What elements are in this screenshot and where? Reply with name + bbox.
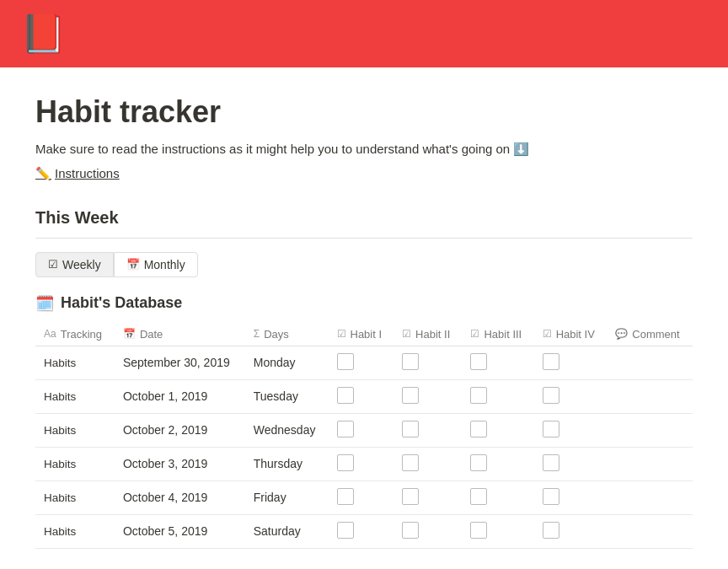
cell-habit3-5[interactable] bbox=[462, 514, 533, 548]
checkbox-habit2-1[interactable] bbox=[402, 387, 419, 404]
col-habit3: ☑ Habit III bbox=[462, 323, 533, 346]
cell-comment-5 bbox=[607, 514, 693, 548]
cell-habit1-1[interactable] bbox=[329, 379, 394, 413]
cell-tracking-0: Habits bbox=[35, 346, 115, 379]
db-title-emoji: 🗓️ bbox=[35, 294, 54, 313]
checkbox-habit3-1[interactable] bbox=[470, 387, 487, 404]
col-habit1: ☑ Habit I bbox=[329, 323, 394, 346]
habit2-col-icon: ☑ bbox=[402, 328, 411, 340]
date-col-icon: 📅 bbox=[123, 328, 136, 340]
checkbox-habit3-4[interactable] bbox=[470, 488, 487, 505]
cell-habit2-4[interactable] bbox=[393, 480, 462, 514]
cell-habit4-5[interactable] bbox=[534, 514, 608, 548]
cell-day-5: Saturday bbox=[245, 514, 329, 548]
cell-habit2-1[interactable] bbox=[393, 379, 462, 413]
tracking-col-icon: Aa bbox=[44, 328, 56, 340]
days-col-icon: Σ bbox=[254, 328, 260, 340]
date-col-label: Date bbox=[140, 328, 163, 341]
weekly-tab-icon: ☑ bbox=[48, 258, 58, 271]
cell-day-0: Monday bbox=[245, 346, 329, 379]
database-title: 🗓️ Habit's Database bbox=[35, 294, 693, 313]
table-row: HabitsOctober 3, 2019Thursday bbox=[35, 447, 693, 480]
days-col-label: Days bbox=[264, 328, 289, 341]
cell-habit4-0[interactable] bbox=[534, 346, 608, 379]
cell-habit4-1[interactable] bbox=[534, 379, 608, 413]
instructions-link[interactable]: ✏️ Instructions bbox=[35, 166, 120, 181]
cell-habit4-3[interactable] bbox=[534, 447, 608, 480]
checkbox-habit3-3[interactable] bbox=[470, 454, 487, 471]
checkbox-habit3-0[interactable] bbox=[470, 353, 487, 370]
cell-date-0: September 30, 2019 bbox=[115, 346, 245, 379]
checkbox-habit4-0[interactable] bbox=[543, 353, 559, 370]
checkbox-habit3-5[interactable] bbox=[470, 522, 487, 539]
cell-date-3: October 3, 2019 bbox=[115, 447, 245, 480]
checkbox-habit4-1[interactable] bbox=[543, 387, 559, 404]
tracking-col-label: Tracking bbox=[61, 328, 102, 341]
checkbox-habit4-2[interactable] bbox=[543, 421, 559, 437]
checkbox-habit2-2[interactable] bbox=[402, 421, 419, 437]
cell-habit1-3[interactable] bbox=[329, 447, 394, 480]
monthly-tab-icon: 📅 bbox=[126, 258, 140, 271]
table-row: HabitsSeptember 30, 2019Monday bbox=[35, 346, 693, 379]
cell-habit2-2[interactable] bbox=[393, 413, 462, 447]
cell-day-1: Tuesday bbox=[245, 379, 329, 413]
cell-habit3-0[interactable] bbox=[462, 346, 533, 379]
cell-habit2-3[interactable] bbox=[393, 447, 462, 480]
checkbox-habit1-5[interactable] bbox=[337, 522, 354, 539]
cell-habit2-0[interactable] bbox=[393, 346, 462, 379]
cell-habit3-3[interactable] bbox=[462, 447, 533, 480]
checkbox-habit4-3[interactable] bbox=[543, 454, 559, 471]
cell-habit1-4[interactable] bbox=[329, 480, 394, 514]
checkbox-habit1-4[interactable] bbox=[337, 488, 354, 505]
tab-weekly[interactable]: ☑ Weekly bbox=[35, 252, 114, 277]
cell-comment-1 bbox=[607, 379, 693, 413]
habit3-col-icon: ☑ bbox=[470, 328, 479, 340]
table-row: HabitsOctober 2, 2019Wednesday bbox=[35, 413, 693, 447]
checkbox-habit1-1[interactable] bbox=[337, 387, 354, 404]
habit2-col-label: Habit II bbox=[415, 328, 450, 341]
cell-habit1-0[interactable] bbox=[329, 346, 394, 379]
checkbox-habit2-4[interactable] bbox=[402, 488, 419, 505]
col-tracking: Aa Tracking bbox=[35, 323, 115, 346]
col-days: Σ Days bbox=[245, 323, 329, 346]
habit1-col-label: Habit I bbox=[351, 328, 383, 341]
cell-day-4: Friday bbox=[245, 480, 329, 514]
cell-habit3-1[interactable] bbox=[462, 379, 533, 413]
cell-comment-2 bbox=[607, 413, 693, 447]
table-row: HabitsOctober 5, 2019Saturday bbox=[35, 514, 693, 548]
habit4-col-label: Habit IV bbox=[556, 328, 595, 341]
cell-habit4-2[interactable] bbox=[534, 413, 608, 447]
cell-habit3-4[interactable] bbox=[462, 480, 533, 514]
checkbox-habit2-5[interactable] bbox=[402, 522, 419, 539]
checkbox-habit2-0[interactable] bbox=[402, 353, 419, 370]
cell-day-2: Wednesday bbox=[245, 413, 329, 447]
cell-habit2-5[interactable] bbox=[393, 514, 462, 548]
subtitle: Make sure to read the instructions as it… bbox=[35, 140, 693, 159]
cell-day-3: Thursday bbox=[245, 447, 329, 480]
weekly-tab-label: Weekly bbox=[62, 258, 101, 271]
cell-habit3-2[interactable] bbox=[462, 413, 533, 447]
cell-tracking-2: Habits bbox=[35, 413, 115, 447]
checkbox-habit4-5[interactable] bbox=[543, 522, 559, 539]
cell-habit1-2[interactable] bbox=[329, 413, 394, 447]
checkbox-habit1-3[interactable] bbox=[337, 454, 354, 471]
checkbox-habit1-0[interactable] bbox=[337, 353, 354, 370]
pencil-icon: ✏️ bbox=[35, 166, 51, 181]
checkbox-habit2-3[interactable] bbox=[402, 454, 419, 471]
cell-comment-4 bbox=[607, 480, 693, 514]
cell-comment-3 bbox=[607, 447, 693, 480]
checkbox-habit4-4[interactable] bbox=[543, 488, 559, 505]
col-comment: 💬 Comment bbox=[607, 323, 693, 346]
col-habit2: ☑ Habit II bbox=[393, 323, 462, 346]
habit4-col-icon: ☑ bbox=[543, 328, 552, 340]
instructions-label[interactable]: Instructions bbox=[55, 166, 120, 180]
habit3-col-label: Habit III bbox=[484, 328, 522, 341]
cell-date-1: October 1, 2019 bbox=[115, 379, 245, 413]
checkbox-habit3-2[interactable] bbox=[470, 421, 487, 437]
cell-habit1-5[interactable] bbox=[329, 514, 394, 548]
tab-monthly[interactable]: 📅 Monthly bbox=[114, 252, 198, 277]
section-divider bbox=[35, 238, 693, 239]
col-habit4: ☑ Habit IV bbox=[534, 323, 608, 346]
cell-habit4-4[interactable] bbox=[534, 480, 608, 514]
checkbox-habit1-2[interactable] bbox=[337, 421, 354, 437]
